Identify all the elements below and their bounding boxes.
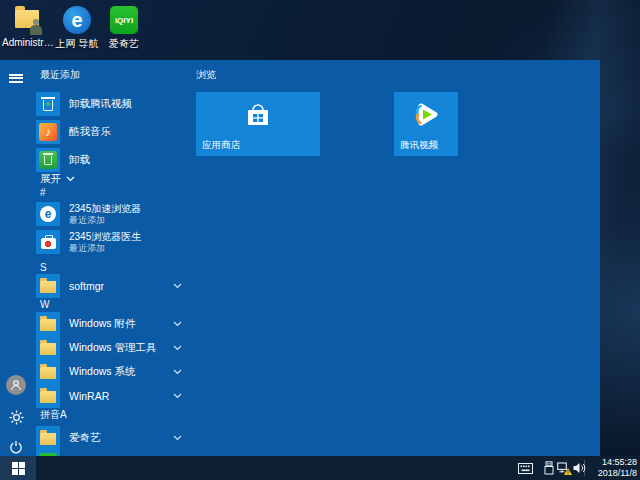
browser-e-icon: e <box>62 5 92 35</box>
expand-button[interactable]: 展开 <box>40 172 75 186</box>
clock[interactable]: 14:55:28 2018/11/8 <box>583 457 637 479</box>
folder-icon <box>36 336 60 360</box>
tencent-video-icon <box>394 101 458 128</box>
avatar <box>6 375 26 395</box>
section-header-hash[interactable]: # <box>40 187 46 198</box>
user-icon <box>10 379 22 391</box>
list-item-uninstall-tencent-video[interactable]: 卸载腾讯视频 <box>36 92 194 116</box>
chevron-down-icon <box>173 435 182 441</box>
tile-label: 应用商店 <box>202 139 240 152</box>
network-tray-button[interactable] <box>556 456 572 480</box>
folder-icon <box>36 312 60 336</box>
list-item-2345-browser-doctor[interactable]: 2345浏览器医生 最近添加 <box>36 229 194 255</box>
2345-browser-icon: e <box>36 202 60 226</box>
user-folder-icon <box>13 5 43 35</box>
tile-windows-store[interactable]: 应用商店 <box>196 92 320 156</box>
2345-doctor-icon <box>36 230 60 254</box>
list-item-windows-system[interactable]: Windows 系统 <box>36 360 194 384</box>
list-item-iqiyi-folder[interactable]: 爱奇艺 <box>36 426 194 450</box>
network-warning-icon <box>557 462 572 475</box>
chevron-down-icon <box>173 345 182 351</box>
uninstall-tencent-video-icon <box>36 92 60 116</box>
kuwo-music-icon: ♪ <box>36 120 60 144</box>
list-item-windows-accessories[interactable]: Windows 附件 <box>36 312 194 336</box>
windows-store-icon <box>196 102 320 128</box>
list-item-winrar[interactable]: WinRAR <box>36 384 194 408</box>
chevron-down-icon <box>66 176 75 182</box>
list-item-windows-admin-tools[interactable]: Windows 管理工具 <box>36 336 194 360</box>
folder-icon <box>36 274 60 298</box>
hamburger-icon <box>9 72 23 84</box>
user-account-button[interactable] <box>0 371 32 399</box>
gear-icon <box>9 410 24 425</box>
folder-icon <box>36 360 60 384</box>
clock-time: 14:55:28 <box>583 457 637 468</box>
usb-tray-button[interactable] <box>542 456 556 480</box>
tile-label: 腾讯视频 <box>400 139 438 152</box>
power-button[interactable] <box>0 433 32 456</box>
touch-keyboard-button[interactable] <box>516 456 534 480</box>
desktop-icon-label: Administra... <box>2 37 54 48</box>
start-menu: 最近添加 卸载腾讯视频 ♪ 酷我音乐 卸载 展开 # e 2345加速浏览器 最… <box>0 60 600 456</box>
list-item-kuwo-music[interactable]: ♪ 酷我音乐 <box>36 120 194 144</box>
chevron-down-icon <box>173 393 182 399</box>
desktop-icon-label: 上网 导航 <box>52 37 102 51</box>
folder-icon <box>36 384 60 408</box>
section-header-recent: 最近添加 <box>40 68 80 82</box>
uninstall-icon <box>36 148 60 172</box>
desktop-icon-administrator[interactable]: Administra... <box>2 5 54 48</box>
tile-group-header[interactable]: 浏览 <box>196 68 216 82</box>
desktop-icon-label: 爱奇艺 <box>100 37 148 51</box>
usb-icon <box>544 461 554 475</box>
folder-icon <box>36 426 60 450</box>
section-header-pinyin-a[interactable]: 拼音A <box>40 408 67 422</box>
desktop-icon-iqiyi[interactable]: iQIYI 爱奇艺 <box>100 5 148 51</box>
taskbar: 14:55:28 2018/11/8 <box>0 456 640 480</box>
desktop-icon-web-nav[interactable]: e 上网 导航 <box>52 5 102 51</box>
touch-keyboard-icon <box>518 463 533 474</box>
clock-date: 2018/11/8 <box>583 468 637 479</box>
chevron-down-icon <box>173 369 182 375</box>
list-item-softmgr[interactable]: softmgr <box>36 274 194 298</box>
chevron-down-icon <box>173 321 182 327</box>
start-button[interactable] <box>0 456 36 480</box>
list-item-2345-browser[interactable]: e 2345加速浏览器 最近添加 <box>36 201 194 227</box>
tile-tencent-video[interactable]: 腾讯视频 <box>394 92 458 156</box>
list-item-uninstall[interactable]: 卸载 <box>36 148 194 172</box>
section-header-s[interactable]: S <box>40 262 47 273</box>
section-header-w[interactable]: W <box>40 299 49 310</box>
iqiyi-icon: iQIYI <box>109 5 139 35</box>
desktop-wallpaper: Administra... e 上网 导航 iQIYI 爱奇艺 <box>0 0 640 480</box>
power-icon <box>9 440 23 454</box>
start-menu-rail <box>0 60 32 456</box>
hamburger-menu-button[interactable] <box>0 64 32 92</box>
chevron-down-icon <box>173 283 182 289</box>
settings-button[interactable] <box>0 403 32 431</box>
windows-logo-icon <box>12 462 25 475</box>
